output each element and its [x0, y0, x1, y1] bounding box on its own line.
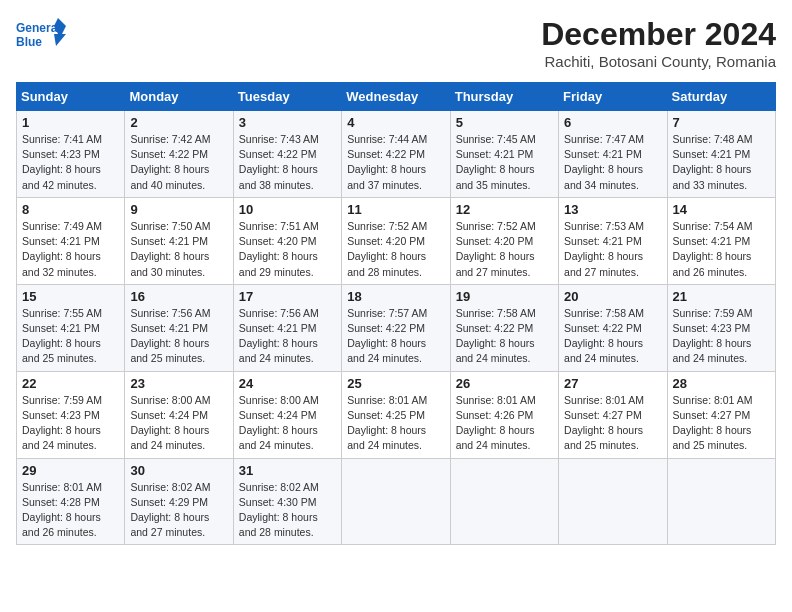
header-day-sunday: Sunday — [17, 83, 125, 111]
day-cell: 4 Sunrise: 7:44 AMSunset: 4:22 PMDayligh… — [342, 111, 450, 198]
day-cell: 20 Sunrise: 7:58 AMSunset: 4:22 PMDaylig… — [559, 284, 667, 371]
header-day-friday: Friday — [559, 83, 667, 111]
day-number: 9 — [130, 202, 227, 217]
header-row: SundayMondayTuesdayWednesdayThursdayFrid… — [17, 83, 776, 111]
day-number: 18 — [347, 289, 444, 304]
day-number: 19 — [456, 289, 553, 304]
day-cell: 25 Sunrise: 8:01 AMSunset: 4:25 PMDaylig… — [342, 371, 450, 458]
calendar-header: SundayMondayTuesdayWednesdayThursdayFrid… — [17, 83, 776, 111]
day-cell: 10 Sunrise: 7:51 AMSunset: 4:20 PMDaylig… — [233, 197, 341, 284]
day-detail: Sunrise: 8:01 AMSunset: 4:27 PMDaylight:… — [673, 394, 753, 452]
day-number: 27 — [564, 376, 661, 391]
day-cell: 16 Sunrise: 7:56 AMSunset: 4:21 PMDaylig… — [125, 284, 233, 371]
day-detail: Sunrise: 7:54 AMSunset: 4:21 PMDaylight:… — [673, 220, 753, 278]
day-cell — [667, 458, 775, 545]
week-row-5: 29 Sunrise: 8:01 AMSunset: 4:28 PMDaylig… — [17, 458, 776, 545]
day-cell: 29 Sunrise: 8:01 AMSunset: 4:28 PMDaylig… — [17, 458, 125, 545]
day-detail: Sunrise: 7:51 AMSunset: 4:20 PMDaylight:… — [239, 220, 319, 278]
svg-text:Blue: Blue — [16, 35, 42, 49]
day-number: 4 — [347, 115, 444, 130]
day-number: 26 — [456, 376, 553, 391]
day-number: 28 — [673, 376, 770, 391]
day-cell: 19 Sunrise: 7:58 AMSunset: 4:22 PMDaylig… — [450, 284, 558, 371]
day-number: 12 — [456, 202, 553, 217]
day-detail: Sunrise: 7:52 AMSunset: 4:20 PMDaylight:… — [456, 220, 536, 278]
header-day-thursday: Thursday — [450, 83, 558, 111]
day-number: 7 — [673, 115, 770, 130]
subtitle: Rachiti, Botosani County, Romania — [541, 53, 776, 70]
day-number: 6 — [564, 115, 661, 130]
day-cell: 14 Sunrise: 7:54 AMSunset: 4:21 PMDaylig… — [667, 197, 775, 284]
day-detail: Sunrise: 7:49 AMSunset: 4:21 PMDaylight:… — [22, 220, 102, 278]
day-detail: Sunrise: 7:58 AMSunset: 4:22 PMDaylight:… — [456, 307, 536, 365]
day-number: 15 — [22, 289, 119, 304]
day-detail: Sunrise: 7:47 AMSunset: 4:21 PMDaylight:… — [564, 133, 644, 191]
day-number: 25 — [347, 376, 444, 391]
day-cell — [342, 458, 450, 545]
day-cell: 22 Sunrise: 7:59 AMSunset: 4:23 PMDaylig… — [17, 371, 125, 458]
day-number: 3 — [239, 115, 336, 130]
day-cell — [450, 458, 558, 545]
day-detail: Sunrise: 7:58 AMSunset: 4:22 PMDaylight:… — [564, 307, 644, 365]
day-detail: Sunrise: 8:01 AMSunset: 4:27 PMDaylight:… — [564, 394, 644, 452]
day-detail: Sunrise: 8:02 AMSunset: 4:29 PMDaylight:… — [130, 481, 210, 539]
day-cell: 5 Sunrise: 7:45 AMSunset: 4:21 PMDayligh… — [450, 111, 558, 198]
day-detail: Sunrise: 8:01 AMSunset: 4:25 PMDaylight:… — [347, 394, 427, 452]
day-detail: Sunrise: 7:48 AMSunset: 4:21 PMDaylight:… — [673, 133, 753, 191]
day-cell: 28 Sunrise: 8:01 AMSunset: 4:27 PMDaylig… — [667, 371, 775, 458]
calendar-body: 1 Sunrise: 7:41 AMSunset: 4:23 PMDayligh… — [17, 111, 776, 545]
svg-text:General: General — [16, 21, 61, 35]
day-number: 13 — [564, 202, 661, 217]
day-detail: Sunrise: 7:56 AMSunset: 4:21 PMDaylight:… — [239, 307, 319, 365]
day-number: 22 — [22, 376, 119, 391]
day-cell: 6 Sunrise: 7:47 AMSunset: 4:21 PMDayligh… — [559, 111, 667, 198]
day-detail: Sunrise: 7:52 AMSunset: 4:20 PMDaylight:… — [347, 220, 427, 278]
day-number: 21 — [673, 289, 770, 304]
day-detail: Sunrise: 7:44 AMSunset: 4:22 PMDaylight:… — [347, 133, 427, 191]
main-title: December 2024 — [541, 16, 776, 53]
day-detail: Sunrise: 7:57 AMSunset: 4:22 PMDaylight:… — [347, 307, 427, 365]
day-cell: 30 Sunrise: 8:02 AMSunset: 4:29 PMDaylig… — [125, 458, 233, 545]
day-cell: 23 Sunrise: 8:00 AMSunset: 4:24 PMDaylig… — [125, 371, 233, 458]
day-detail: Sunrise: 7:59 AMSunset: 4:23 PMDaylight:… — [22, 394, 102, 452]
header-day-tuesday: Tuesday — [233, 83, 341, 111]
day-cell: 21 Sunrise: 7:59 AMSunset: 4:23 PMDaylig… — [667, 284, 775, 371]
day-number: 10 — [239, 202, 336, 217]
day-number: 5 — [456, 115, 553, 130]
header-day-monday: Monday — [125, 83, 233, 111]
week-row-1: 1 Sunrise: 7:41 AMSunset: 4:23 PMDayligh… — [17, 111, 776, 198]
day-cell: 27 Sunrise: 8:01 AMSunset: 4:27 PMDaylig… — [559, 371, 667, 458]
day-detail: Sunrise: 8:01 AMSunset: 4:26 PMDaylight:… — [456, 394, 536, 452]
day-cell: 17 Sunrise: 7:56 AMSunset: 4:21 PMDaylig… — [233, 284, 341, 371]
day-cell: 13 Sunrise: 7:53 AMSunset: 4:21 PMDaylig… — [559, 197, 667, 284]
day-cell: 2 Sunrise: 7:42 AMSunset: 4:22 PMDayligh… — [125, 111, 233, 198]
day-detail: Sunrise: 8:01 AMSunset: 4:28 PMDaylight:… — [22, 481, 102, 539]
day-cell: 11 Sunrise: 7:52 AMSunset: 4:20 PMDaylig… — [342, 197, 450, 284]
day-number: 11 — [347, 202, 444, 217]
day-number: 16 — [130, 289, 227, 304]
week-row-3: 15 Sunrise: 7:55 AMSunset: 4:21 PMDaylig… — [17, 284, 776, 371]
day-cell: 24 Sunrise: 8:00 AMSunset: 4:24 PMDaylig… — [233, 371, 341, 458]
day-detail: Sunrise: 8:00 AMSunset: 4:24 PMDaylight:… — [239, 394, 319, 452]
day-detail: Sunrise: 7:55 AMSunset: 4:21 PMDaylight:… — [22, 307, 102, 365]
day-number: 31 — [239, 463, 336, 478]
day-cell: 1 Sunrise: 7:41 AMSunset: 4:23 PMDayligh… — [17, 111, 125, 198]
day-detail: Sunrise: 7:45 AMSunset: 4:21 PMDaylight:… — [456, 133, 536, 191]
day-number: 29 — [22, 463, 119, 478]
day-detail: Sunrise: 7:43 AMSunset: 4:22 PMDaylight:… — [239, 133, 319, 191]
day-detail: Sunrise: 7:41 AMSunset: 4:23 PMDaylight:… — [22, 133, 102, 191]
day-cell: 12 Sunrise: 7:52 AMSunset: 4:20 PMDaylig… — [450, 197, 558, 284]
day-detail: Sunrise: 7:42 AMSunset: 4:22 PMDaylight:… — [130, 133, 210, 191]
day-detail: Sunrise: 8:02 AMSunset: 4:30 PMDaylight:… — [239, 481, 319, 539]
day-number: 8 — [22, 202, 119, 217]
day-cell: 26 Sunrise: 8:01 AMSunset: 4:26 PMDaylig… — [450, 371, 558, 458]
day-number: 23 — [130, 376, 227, 391]
day-number: 2 — [130, 115, 227, 130]
day-number: 1 — [22, 115, 119, 130]
day-cell: 15 Sunrise: 7:55 AMSunset: 4:21 PMDaylig… — [17, 284, 125, 371]
title-area: December 2024 Rachiti, Botosani County, … — [541, 16, 776, 70]
calendar: SundayMondayTuesdayWednesdayThursdayFrid… — [16, 82, 776, 545]
day-number: 24 — [239, 376, 336, 391]
day-number: 30 — [130, 463, 227, 478]
logo: General Blue — [16, 16, 66, 60]
